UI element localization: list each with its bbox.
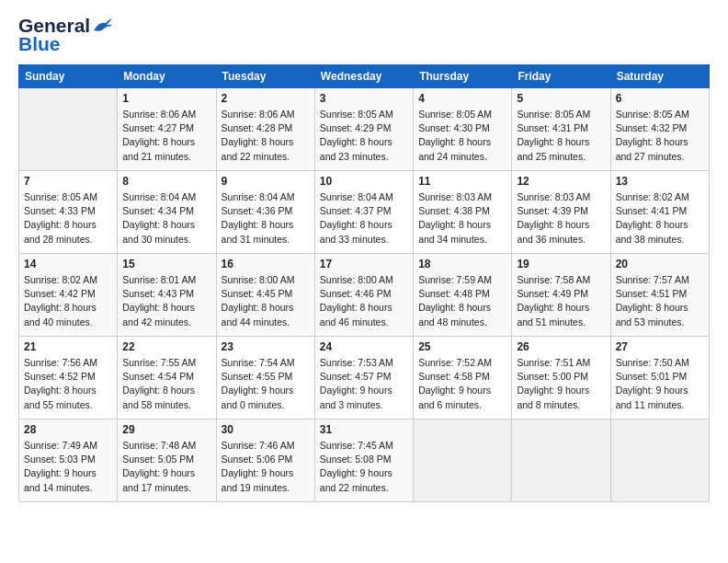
day-number: 13 xyxy=(616,175,704,188)
day-number: 6 xyxy=(616,92,704,105)
calendar-cell: 21Sunrise: 7:56 AM Sunset: 4:52 PM Dayli… xyxy=(19,337,118,419)
calendar-cell: 11Sunrise: 8:03 AM Sunset: 4:38 PM Dayli… xyxy=(414,171,512,254)
weekday-wednesday: Wednesday xyxy=(314,65,413,88)
week-row-1: 1Sunrise: 8:06 AM Sunset: 4:27 PM Daylig… xyxy=(19,88,710,171)
day-info: Sunrise: 7:58 AM Sunset: 4:49 PM Dayligh… xyxy=(517,273,605,329)
logo-bird-icon xyxy=(92,17,112,34)
weekday-header-row: SundayMondayTuesdayWednesdayThursdayFrid… xyxy=(19,65,710,88)
day-number: 9 xyxy=(222,175,310,188)
calendar-cell: 20Sunrise: 7:57 AM Sunset: 4:51 PM Dayli… xyxy=(610,254,709,337)
day-number: 23 xyxy=(222,340,310,353)
calendar-cell: 18Sunrise: 7:59 AM Sunset: 4:48 PM Dayli… xyxy=(414,254,512,337)
calendar-cell: 24Sunrise: 7:53 AM Sunset: 4:57 PM Dayli… xyxy=(314,337,413,419)
day-info: Sunrise: 7:55 AM Sunset: 4:54 PM Dayligh… xyxy=(122,356,210,412)
calendar-cell: 1Sunrise: 8:06 AM Sunset: 4:27 PM Daylig… xyxy=(118,88,216,171)
day-info: Sunrise: 7:48 AM Sunset: 5:05 PM Dayligh… xyxy=(122,439,210,495)
day-number: 19 xyxy=(517,258,605,270)
day-number: 12 xyxy=(517,175,605,188)
calendar-cell: 16Sunrise: 8:00 AM Sunset: 4:45 PM Dayli… xyxy=(216,254,314,337)
calendar-cell: 10Sunrise: 8:04 AM Sunset: 4:37 PM Dayli… xyxy=(314,171,413,254)
calendar-cell: 17Sunrise: 8:00 AM Sunset: 4:46 PM Dayli… xyxy=(314,254,413,337)
calendar-cell: 6Sunrise: 8:05 AM Sunset: 4:32 PM Daylig… xyxy=(610,88,709,171)
day-info: Sunrise: 8:04 AM Sunset: 4:36 PM Dayligh… xyxy=(222,190,310,247)
day-info: Sunrise: 7:54 AM Sunset: 4:55 PM Dayligh… xyxy=(222,356,310,412)
day-info: Sunrise: 7:57 AM Sunset: 4:51 PM Dayligh… xyxy=(616,273,704,329)
day-info: Sunrise: 8:06 AM Sunset: 4:27 PM Dayligh… xyxy=(122,108,210,164)
calendar-cell: 7Sunrise: 8:05 AM Sunset: 4:33 PM Daylig… xyxy=(19,171,118,254)
day-info: Sunrise: 7:53 AM Sunset: 4:57 PM Dayligh… xyxy=(320,356,408,412)
day-number: 7 xyxy=(24,175,112,188)
calendar-cell: 26Sunrise: 7:51 AM Sunset: 5:00 PM Dayli… xyxy=(512,337,610,419)
day-number: 27 xyxy=(616,340,704,353)
calendar-cell xyxy=(610,419,709,502)
day-info: Sunrise: 8:05 AM Sunset: 4:32 PM Dayligh… xyxy=(616,108,704,164)
day-number: 2 xyxy=(222,92,310,105)
calendar-cell xyxy=(414,419,512,502)
calendar-cell xyxy=(19,88,118,171)
week-row-3: 14Sunrise: 8:02 AM Sunset: 4:42 PM Dayli… xyxy=(19,254,710,337)
day-info: Sunrise: 8:05 AM Sunset: 4:29 PM Dayligh… xyxy=(320,108,408,164)
day-info: Sunrise: 7:56 AM Sunset: 4:52 PM Dayligh… xyxy=(24,356,112,412)
calendar-cell: 15Sunrise: 8:01 AM Sunset: 4:43 PM Dayli… xyxy=(118,254,216,337)
calendar-cell: 2Sunrise: 8:06 AM Sunset: 4:28 PM Daylig… xyxy=(216,88,314,171)
calendar-cell: 23Sunrise: 7:54 AM Sunset: 4:55 PM Dayli… xyxy=(216,337,314,419)
calendar-cell: 8Sunrise: 8:04 AM Sunset: 4:34 PM Daylig… xyxy=(118,171,216,254)
calendar-cell: 5Sunrise: 8:05 AM Sunset: 4:31 PM Daylig… xyxy=(512,88,610,171)
day-info: Sunrise: 8:02 AM Sunset: 4:42 PM Dayligh… xyxy=(24,273,112,329)
calendar-cell xyxy=(512,419,610,502)
calendar-cell: 30Sunrise: 7:46 AM Sunset: 5:06 PM Dayli… xyxy=(216,419,314,502)
day-number: 29 xyxy=(122,423,210,436)
calendar-cell: 12Sunrise: 8:03 AM Sunset: 4:39 PM Dayli… xyxy=(512,171,610,254)
day-number: 26 xyxy=(517,340,605,353)
day-number: 24 xyxy=(320,340,408,353)
day-number: 17 xyxy=(320,258,408,270)
day-info: Sunrise: 8:03 AM Sunset: 4:38 PM Dayligh… xyxy=(418,190,506,247)
day-number: 30 xyxy=(222,423,310,436)
calendar-body: 1Sunrise: 8:06 AM Sunset: 4:27 PM Daylig… xyxy=(19,88,710,502)
day-info: Sunrise: 7:59 AM Sunset: 4:48 PM Dayligh… xyxy=(418,273,506,329)
calendar-cell: 13Sunrise: 8:02 AM Sunset: 4:41 PM Dayli… xyxy=(610,171,709,254)
weekday-saturday: Saturday xyxy=(610,65,709,88)
day-number: 1 xyxy=(122,92,210,105)
weekday-friday: Friday xyxy=(512,65,610,88)
day-number: 4 xyxy=(418,92,506,105)
weekday-sunday: Sunday xyxy=(19,65,118,88)
calendar-cell: 29Sunrise: 7:48 AM Sunset: 5:05 PM Dayli… xyxy=(118,419,216,502)
day-number: 25 xyxy=(418,340,506,353)
day-number: 10 xyxy=(320,175,408,188)
calendar-table: SundayMondayTuesdayWednesdayThursdayFrid… xyxy=(18,64,710,502)
day-info: Sunrise: 7:50 AM Sunset: 5:01 PM Dayligh… xyxy=(616,356,704,412)
calendar-cell: 27Sunrise: 7:50 AM Sunset: 5:01 PM Dayli… xyxy=(610,337,709,419)
weekday-monday: Monday xyxy=(118,65,216,88)
day-number: 8 xyxy=(122,175,210,188)
day-info: Sunrise: 8:01 AM Sunset: 4:43 PM Dayligh… xyxy=(122,273,210,329)
day-info: Sunrise: 8:00 AM Sunset: 4:46 PM Dayligh… xyxy=(320,273,408,329)
day-info: Sunrise: 8:00 AM Sunset: 4:45 PM Dayligh… xyxy=(222,273,310,329)
day-info: Sunrise: 8:03 AM Sunset: 4:39 PM Dayligh… xyxy=(517,190,605,247)
week-row-4: 21Sunrise: 7:56 AM Sunset: 4:52 PM Dayli… xyxy=(19,337,710,419)
calendar-cell: 31Sunrise: 7:45 AM Sunset: 5:08 PM Dayli… xyxy=(314,419,413,502)
day-info: Sunrise: 7:45 AM Sunset: 5:08 PM Dayligh… xyxy=(320,439,408,495)
day-number: 18 xyxy=(418,258,506,270)
calendar-cell: 19Sunrise: 7:58 AM Sunset: 4:49 PM Dayli… xyxy=(512,254,610,337)
day-number: 3 xyxy=(320,92,408,105)
day-number: 28 xyxy=(24,423,112,436)
day-info: Sunrise: 8:04 AM Sunset: 4:37 PM Dayligh… xyxy=(320,190,408,247)
day-number: 31 xyxy=(320,423,408,436)
calendar-cell: 9Sunrise: 8:04 AM Sunset: 4:36 PM Daylig… xyxy=(216,171,314,254)
day-info: Sunrise: 8:05 AM Sunset: 4:33 PM Dayligh… xyxy=(24,190,112,247)
day-number: 22 xyxy=(122,340,210,353)
day-info: Sunrise: 8:04 AM Sunset: 4:34 PM Dayligh… xyxy=(122,190,210,247)
day-number: 16 xyxy=(222,258,310,270)
logo: General Blue xyxy=(18,15,112,55)
calendar-cell: 3Sunrise: 8:05 AM Sunset: 4:29 PM Daylig… xyxy=(314,88,413,171)
weekday-tuesday: Tuesday xyxy=(216,65,314,88)
day-info: Sunrise: 7:46 AM Sunset: 5:06 PM Dayligh… xyxy=(222,439,310,495)
weekday-thursday: Thursday xyxy=(414,65,512,88)
day-info: Sunrise: 8:02 AM Sunset: 4:41 PM Dayligh… xyxy=(616,190,704,247)
day-info: Sunrise: 8:05 AM Sunset: 4:31 PM Dayligh… xyxy=(517,108,605,164)
calendar-cell: 25Sunrise: 7:52 AM Sunset: 4:58 PM Dayli… xyxy=(414,337,512,419)
day-number: 21 xyxy=(24,340,112,353)
day-info: Sunrise: 7:51 AM Sunset: 5:00 PM Dayligh… xyxy=(517,356,605,412)
calendar-cell: 28Sunrise: 7:49 AM Sunset: 5:03 PM Dayli… xyxy=(19,419,118,502)
